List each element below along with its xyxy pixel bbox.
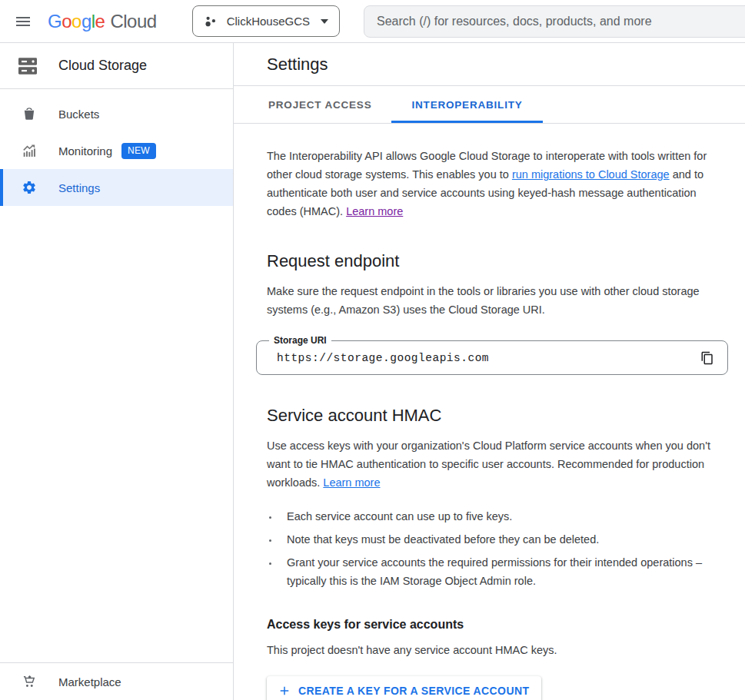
tab-project-access[interactable]: PROJECT ACCESS xyxy=(248,86,391,123)
sidebar-footer: Marketplace xyxy=(0,662,233,700)
tab-interoperability[interactable]: INTEROPERABILITY xyxy=(391,86,542,123)
service-account-hmac-text: Use access keys with your organization's… xyxy=(267,436,710,492)
page-header: Settings xyxy=(234,43,745,86)
empty-state-text: This project doesn't have any service ac… xyxy=(267,641,710,659)
request-endpoint-text: Make sure the request endpoint in the to… xyxy=(267,282,710,319)
sidebar-spacer xyxy=(0,206,233,662)
logo-cloud-text: Cloud xyxy=(110,11,156,32)
product-title: Cloud Storage xyxy=(58,58,147,74)
storage-uri-value: https://storage.googleapis.com xyxy=(277,352,692,364)
project-selector-button[interactable]: ClickHouseGCS xyxy=(192,5,340,37)
hamburger-icon xyxy=(14,12,32,31)
project-name-label: ClickHouseGCS xyxy=(227,15,310,28)
hamburger-menu-button[interactable] xyxy=(5,3,42,40)
sidebar-item-marketplace[interactable]: Marketplace xyxy=(0,663,233,700)
global-search-bar[interactable] xyxy=(364,5,745,38)
interoperability-intro-text: The Interoperability API allows Google C… xyxy=(267,147,710,221)
chevron-down-icon xyxy=(321,19,328,24)
sidebar-item-label: Buckets xyxy=(58,108,99,121)
hmac-guidelines-list: Each service account can use up to five … xyxy=(279,507,710,590)
page-title: Settings xyxy=(267,55,328,75)
sidebar-item-settings[interactable]: Settings xyxy=(0,169,233,206)
main-content: Settings PROJECT ACCESS INTEROPERABILITY… xyxy=(234,43,745,700)
list-item: Each service account can use up to five … xyxy=(279,507,710,526)
create-key-button-label: CREATE A KEY FOR A SERVICE ACCOUNT xyxy=(298,685,529,697)
sidebar-item-label: Settings xyxy=(58,181,100,194)
list-item: Note that keys must be deactivated befor… xyxy=(279,530,710,549)
sidebar-product-header: Cloud Storage xyxy=(0,43,233,89)
service-account-hmac-heading: Service account HMAC xyxy=(267,406,710,426)
logo-letter: g xyxy=(81,11,91,32)
monitoring-chart-icon xyxy=(22,143,37,158)
learn-more-link-intro[interactable]: Learn more xyxy=(346,205,403,217)
storage-uri-label: Storage URI xyxy=(269,335,331,346)
list-item: Grant your service accounts the required… xyxy=(279,553,710,590)
tab-bar: PROJECT ACCESS INTEROPERABILITY xyxy=(234,86,745,124)
logo-letter: e xyxy=(95,11,105,32)
plus-icon xyxy=(278,684,291,698)
create-key-button[interactable]: CREATE A KEY FOR A SERVICE ACCOUNT xyxy=(267,676,541,700)
copy-icon xyxy=(700,351,714,365)
storage-uri-field: Storage URI https://storage.googleapis.c… xyxy=(256,340,728,375)
sidebar-navigation: Cloud Storage Buckets xyxy=(0,43,234,700)
cloud-storage-icon xyxy=(15,54,40,78)
google-cloud-logo[interactable]: G o o g l e Cloud xyxy=(48,11,157,32)
marketplace-cart-icon xyxy=(22,674,37,689)
sidebar-item-monitoring[interactable]: Monitoring NEW xyxy=(0,132,233,169)
new-badge: NEW xyxy=(121,143,156,159)
search-input[interactable] xyxy=(377,15,740,28)
bucket-icon xyxy=(22,106,37,121)
sidebar-item-label: Monitoring xyxy=(58,144,112,158)
logo-letter: o xyxy=(72,11,81,32)
access-keys-heading: Access keys for service accounts xyxy=(267,618,710,632)
logo-letter: G xyxy=(48,11,62,32)
gear-icon xyxy=(22,180,37,195)
run-migrations-link[interactable]: run migrations to Cloud Storage xyxy=(512,168,670,181)
logo-letter: o xyxy=(62,11,72,32)
sidebar-item-buckets[interactable]: Buckets xyxy=(0,95,233,132)
learn-more-link-hmac[interactable]: Learn more xyxy=(323,476,380,489)
sidebar-item-label: Marketplace xyxy=(58,675,121,688)
project-icon xyxy=(204,15,218,28)
copy-button[interactable] xyxy=(692,343,723,373)
top-app-bar: G o o g l e Cloud ClickHouseGCS xyxy=(0,0,745,43)
request-endpoint-heading: Request endpoint xyxy=(267,251,710,271)
